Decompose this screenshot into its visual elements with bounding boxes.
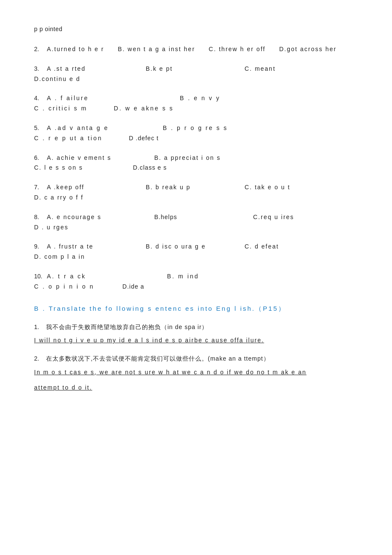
translation-2: 2. 在太多数状况下,不去尝试便不能肯定我们可以做些什么。(make an a … <box>34 353 358 393</box>
q3-num: 3. <box>34 64 47 74</box>
question-4: 4. A . f ailure B . e n v y C . critici … <box>34 93 358 114</box>
q6-optC: C. l e s s on s <box>34 163 119 173</box>
q9-optC: C. d efeat <box>245 242 330 252</box>
q8-optD: D . u rges <box>34 223 69 233</box>
trans1-num: 1. <box>34 321 44 333</box>
q4-optB: B . e n v y <box>180 93 299 104</box>
q2-optD: D.got across her <box>279 44 337 55</box>
section-b-title: B . Translate the fo llowing s entenc es… <box>34 305 358 313</box>
q6-optD: D.class e s <box>133 163 167 173</box>
q2-optB: B. wen t a g a inst her <box>118 44 195 55</box>
question-5: 5. A .ad v anta g e B . p r o g re s s C… <box>34 123 358 144</box>
q5-optB: B . p r o g re s s <box>163 123 274 133</box>
q9-optA: A . frustr a te <box>47 242 132 252</box>
q8-optA: A. e ncourage s <box>47 212 141 223</box>
q3-optA: A .st a rted <box>47 64 132 74</box>
q8-optC: C.req u ires <box>253 212 338 223</box>
trans2-answer-block: In m o s t cas e s, we are not s ure w h… <box>34 366 358 393</box>
q7-optD: D. c a rry o f f <box>34 193 84 203</box>
trans2-num: 2. <box>34 353 44 364</box>
q5-optD: D .defec t <box>129 133 159 144</box>
page-content: p p ointed 2. A.turned to h e r B. wen t… <box>34 26 358 393</box>
q4-optA: A . f ailure <box>47 93 166 104</box>
q3-optD: D.continu e d <box>34 74 81 84</box>
q5-optA: A .ad v anta g e <box>47 123 149 133</box>
q10-num: 10. <box>34 272 47 282</box>
trans2-chinese: 在太多数状况下,不去尝试便不能肯定我们可以做些什么。(make an a tte… <box>46 355 270 362</box>
q2-optA: A.turned to h e r <box>47 44 104 55</box>
question-2: 2. A.turned to h e r B. wen t a g a inst… <box>34 44 358 55</box>
q10-optA: A. t r a ck <box>47 272 153 282</box>
q3-optB: B.k e pt <box>146 64 231 74</box>
question-3: 3. A .st a rted B.k e pt C. meant D.cont… <box>34 64 358 84</box>
translation-1: 1. 我不会由于失败而绝望地放弃自己的抱负（in de spa ir） I wi… <box>34 321 358 347</box>
trans1-question: 1. 我不会由于失败而绝望地放弃自己的抱负（in de spa ir） <box>34 321 358 333</box>
question-9: 9. A . frustr a te B. d isc o ura g e C.… <box>34 242 358 262</box>
q7-optA: A .keep off <box>47 182 132 193</box>
trans1-answer: I will no t g i v e u p my id e a l s in… <box>34 334 358 346</box>
header-text: p p ointed <box>34 26 358 32</box>
q7-optB: B. b reak u p <box>146 182 231 193</box>
trans2-question: 2. 在太多数状况下,不去尝试便不能肯定我们可以做些什么。(make an a … <box>34 353 358 364</box>
question-8: 8. A. e ncourage s B.helps C.req u ires … <box>34 212 358 233</box>
trans2-answer-line1: In m o s t cas e s, we are not s ure w h… <box>34 366 358 378</box>
q9-optB: B. d isc o ura g e <box>146 242 231 252</box>
q10-optB: B. m ind <box>167 272 274 282</box>
q8-num: 8. <box>34 212 47 223</box>
q2-optC: C. threw h er off <box>209 44 265 55</box>
trans1-chinese: 我不会由于失败而绝望地放弃自己的抱负（in de spa ir） <box>46 324 208 330</box>
question-6: 6. A. achie v ement s B. a ppreciat i on… <box>34 153 358 173</box>
q7-num: 7. <box>34 182 47 193</box>
q3-optC: C. meant <box>245 64 321 74</box>
q10-optD: D.ide a <box>122 282 144 292</box>
q9-optD: D. com p l a in <box>34 252 85 262</box>
trans2-answer-line2: attempt to d o it. <box>34 382 358 393</box>
q5-num: 5. <box>34 123 47 133</box>
q2-num: 2. <box>34 44 47 55</box>
q5-optC: C . r e p ut a tion <box>34 133 103 144</box>
q7-optC: C. tak e o u t <box>245 182 338 193</box>
q4-num: 4. <box>34 93 47 104</box>
q6-optA: A. achie v ement s <box>47 153 141 163</box>
q8-optB: B.helps <box>154 212 239 223</box>
q6-num: 6. <box>34 153 47 163</box>
question-10: 10. A. t r a ck B. m ind C . o p i n i o… <box>34 272 358 292</box>
q4-optD: D. w e akne s s <box>114 104 174 114</box>
question-7: 7. A .keep off B. b reak u p C. tak e o … <box>34 182 358 203</box>
q6-optB: B. a ppreciat i on s <box>154 153 248 163</box>
q4-optC: C . critici s m <box>34 104 87 114</box>
q10-optC: C . o p i n i o n <box>34 282 94 292</box>
q9-num: 9. <box>34 242 47 252</box>
